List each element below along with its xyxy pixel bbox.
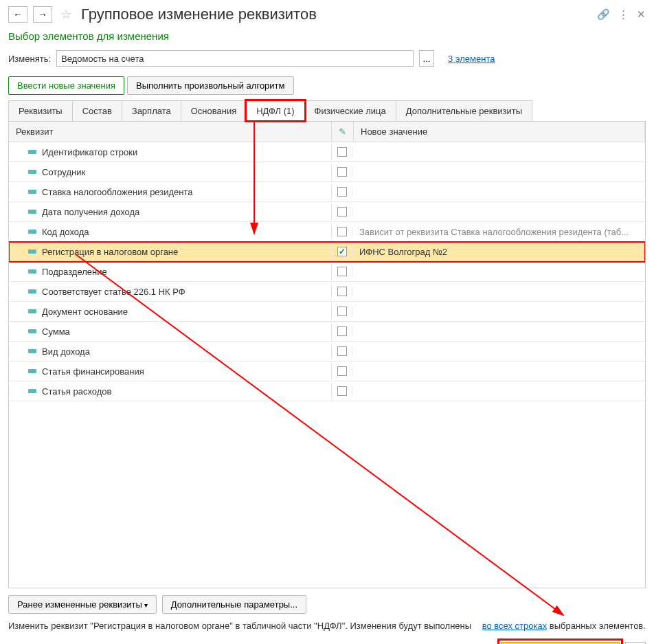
row-name: Код дохода (42, 227, 89, 237)
row-icon (28, 190, 36, 194)
row-name: Идентификатор строки (42, 147, 137, 157)
row-checkbox[interactable] (337, 326, 347, 336)
col-check-icon: ✎ (332, 122, 354, 142)
table-row[interactable]: Статья финансирования (9, 362, 645, 381)
row-value[interactable] (352, 208, 645, 215)
row-checkbox[interactable] (337, 167, 347, 177)
table-row[interactable]: Регистрация в налоговом органеИФНС Волго… (9, 242, 645, 262)
all-rows-link[interactable]: во всех строках (482, 621, 548, 631)
row-icon (28, 210, 36, 214)
row-value[interactable] (352, 388, 645, 395)
row-checkbox[interactable] (337, 207, 347, 216)
row-value[interactable] (352, 268, 645, 275)
row-name: Сумма (42, 326, 70, 337)
row-icon (28, 249, 36, 254)
link-icon[interactable]: 🔗 (597, 8, 610, 21)
row-value[interactable] (352, 328, 645, 335)
tab-requisites[interactable]: Реквизиты (8, 100, 73, 121)
table-row[interactable]: Ставка налогообложения резидента (9, 182, 645, 202)
execute-algorithm-button[interactable]: Выполнить произвольный алгоритм (127, 76, 293, 95)
row-checkbox[interactable] (337, 227, 347, 236)
row-name: Сотрудник (42, 167, 85, 177)
row-checkbox[interactable] (337, 187, 347, 197)
elements-count-link[interactable]: 3 элемента (448, 54, 495, 64)
table-row[interactable]: Идентификатор строки (9, 142, 645, 162)
tab-additional[interactable]: Дополнительные реквизиты (396, 100, 532, 121)
change-input[interactable]: Ведомость на счета (56, 50, 414, 67)
header-bar: ← → ☆ Групповое изменение реквизитов 🔗 ⋮… (0, 0, 654, 29)
back-button[interactable]: ← (8, 6, 27, 23)
row-value[interactable] (352, 148, 645, 155)
section-subtitle: Выбор элементов для изменения (0, 29, 654, 47)
tab-individuals[interactable]: Физические лица (304, 100, 396, 121)
row-name: Регистрация в налоговом органе (42, 247, 178, 257)
row-checkbox[interactable] (337, 346, 347, 356)
tab-salary[interactable]: Зарплата (122, 100, 181, 121)
table-row[interactable]: Статья расходов (9, 381, 645, 401)
row-icon (28, 269, 36, 274)
page-title: Групповое изменение реквизитов (81, 5, 317, 23)
more-menu-icon[interactable]: ⋮ (618, 8, 629, 21)
row-value[interactable]: Зависит от реквизита Ставка налогообложе… (352, 223, 645, 241)
row-name: Вид дохода (42, 346, 90, 357)
row-checkbox[interactable] (337, 366, 347, 376)
favorite-star-icon[interactable]: ☆ (60, 7, 71, 22)
row-icon (28, 329, 36, 333)
row-icon (28, 289, 36, 293)
row-icon (28, 150, 36, 154)
close-icon[interactable]: ✕ (637, 8, 646, 21)
row-icon (28, 309, 36, 313)
row-checkbox[interactable] (337, 307, 347, 316)
enter-values-button[interactable]: Ввести новые значения (8, 76, 124, 95)
forward-button[interactable]: → (33, 6, 52, 23)
row-value[interactable] (352, 348, 645, 355)
row-name: Соответствует статье 226.1 НК РФ (42, 287, 185, 297)
table-row[interactable]: Документ основание (9, 302, 645, 322)
row-checkbox[interactable] (337, 267, 347, 276)
row-name: Статья финансирования (42, 366, 144, 377)
row-name: Ставка налогообложения резидента (42, 187, 193, 197)
row-icon (28, 369, 36, 373)
row-name: Статья расходов (42, 386, 112, 397)
row-name: Дата получения дохода (42, 207, 139, 217)
table-row[interactable]: Сотрудник (9, 162, 645, 182)
row-icon (28, 170, 36, 174)
row-value[interactable] (352, 288, 645, 295)
row-value[interactable] (352, 368, 645, 375)
row-icon (28, 389, 36, 393)
table-row[interactable]: Код доходаЗависит от реквизита Ставка на… (9, 222, 645, 242)
row-value[interactable] (352, 308, 645, 315)
row-checkbox[interactable] (337, 247, 347, 256)
col-requisite: Реквизит (9, 122, 332, 142)
row-icon (28, 349, 36, 353)
row-checkbox[interactable] (337, 386, 347, 396)
tab-composition[interactable]: Состав (72, 100, 122, 121)
table-row[interactable]: Подразделение (9, 262, 645, 282)
row-value[interactable] (352, 168, 645, 175)
row-value[interactable] (352, 188, 645, 195)
tab-ndfl[interactable]: НДФЛ (1) (246, 100, 304, 121)
table-row[interactable]: Вид дохода (9, 342, 645, 362)
previously-changed-button[interactable]: Ранее измененные реквизиты (8, 595, 157, 614)
info-text: Изменить реквизит "Регистрация в налогов… (0, 618, 654, 634)
row-icon (28, 230, 36, 234)
tab-grounds[interactable]: Основания (181, 100, 247, 121)
additional-params-button[interactable]: Дополнительные параметры... (162, 595, 306, 614)
table-row[interactable]: Соответствует статье 226.1 НК РФ (9, 282, 645, 302)
table-row[interactable]: Дата получения дохода (9, 202, 645, 222)
row-name: Подразделение (42, 267, 107, 277)
table-row[interactable]: Сумма (9, 322, 645, 342)
change-label: Изменять: (8, 54, 51, 64)
requisites-table: Реквизит ✎ Новое значение Идентификатор … (8, 121, 646, 588)
col-new-value: Новое значение (354, 122, 645, 142)
row-name: Документ основание (42, 307, 128, 317)
row-checkbox[interactable] (337, 147, 347, 157)
change-select-button[interactable]: ... (419, 50, 434, 67)
row-value[interactable]: ИФНС Волгоград №2 (352, 243, 645, 260)
row-checkbox[interactable] (337, 287, 347, 296)
tabs-bar: Реквизиты Состав Зарплата Основания НДФЛ… (0, 100, 654, 121)
